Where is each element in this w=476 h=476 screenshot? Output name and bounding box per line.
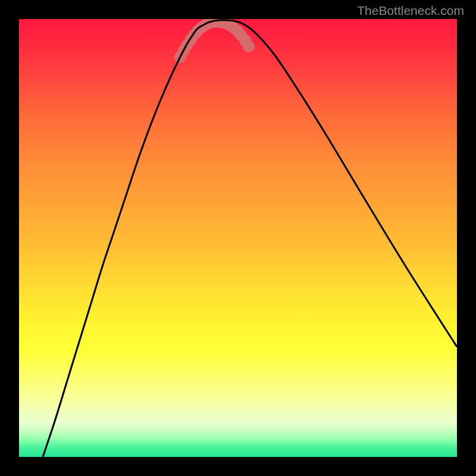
curve-overlay — [19, 19, 457, 457]
chart-plot-area — [19, 19, 457, 457]
watermark-text: TheBottleneck.com — [357, 4, 464, 18]
chart-frame: TheBottleneck.com — [0, 0, 476, 476]
bottleneck-curve — [43, 20, 457, 457]
